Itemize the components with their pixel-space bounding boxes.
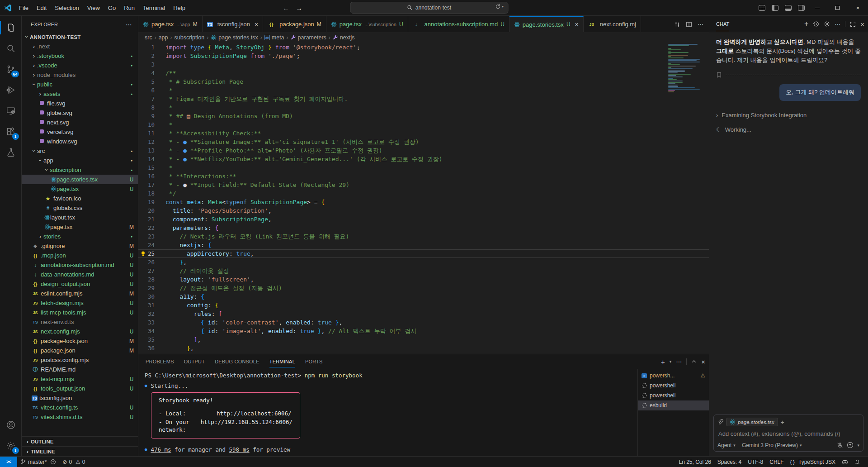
toggle-primary-sidebar-icon[interactable]	[772, 5, 778, 11]
code-line-4[interactable]: 4/**	[138, 69, 709, 77]
explorer-root[interactable]: ›ANNOTATION-TEST	[22, 32, 138, 42]
menu-terminal[interactable]: Terminal	[139, 3, 169, 13]
explorer-item-node_modules[interactable]: ›node_modules	[22, 70, 138, 80]
code-line-9[interactable]: 9 * ## ▤ Design Annotations (from MD)	[138, 112, 709, 120]
agent-mode-dropdown[interactable]: Agent	[717, 442, 731, 448]
sidebar-section-timeline[interactable]: ›TIMELINE	[22, 446, 138, 456]
explorer-item-tsconfig.json[interactable]: TStsconfig.json	[22, 393, 138, 403]
menu-edit[interactable]: Edit	[33, 3, 50, 13]
panel-more-actions-icon[interactable]: ⋯	[676, 358, 682, 365]
terminal-output[interactable]: PS C:\Users\microsoft\Desktop\annotation…	[138, 369, 637, 456]
panel-maximize-icon[interactable]	[691, 359, 697, 364]
editor-more-actions-icon[interactable]: ⋯	[698, 21, 703, 28]
explorer-item-globe.svg[interactable]: globe.svg	[22, 108, 138, 118]
explorer-item-postcss.config.mjs[interactable]: JSpostcss.config.mjs	[22, 355, 138, 365]
editor-tab-page.tsx[interactable]: page.tsx ...\subscription U	[326, 16, 408, 32]
status-language-mode[interactable]: { }TypeScript JSX	[787, 457, 839, 467]
code-line-1[interactable]: 1import type { Meta, StoryObj } from '@s…	[138, 43, 709, 52]
terminal-session-powershell[interactable]: powershell	[638, 381, 709, 391]
breadcrumb-page.stories.tsx[interactable]: page.stories.tsx	[211, 34, 258, 41]
editor-tab-package.json[interactable]: {}package.json M	[263, 16, 326, 32]
activity-explorer-icon[interactable]	[0, 17, 22, 38]
explorer-item-next.config.mjs[interactable]: JSnext.config.mjsU	[22, 327, 138, 336]
add-context-button[interactable]: +	[781, 419, 784, 426]
code-line-27[interactable]: 27 // 레이아웃 설정	[138, 267, 709, 275]
chat-history-icon[interactable]	[813, 21, 819, 27]
activity-run-debug-icon[interactable]	[0, 80, 22, 100]
explorer-item-page.stories.tsx[interactable]: page.stories.tsxU	[22, 175, 138, 184]
chat-settings-gear-icon[interactable]	[824, 21, 830, 27]
explorer-item-next-env.d.ts[interactable]: TSnext-env.d.ts	[22, 317, 138, 327]
explorer-item-.mcp.json[interactable]: {}.mcp.jsonU	[22, 251, 138, 260]
code-line-24[interactable]: 24 nextjs: {	[138, 241, 709, 249]
menu-run[interactable]: Run	[120, 3, 138, 13]
explorer-item-package-lock.json[interactable]: {}package-lock.jsonM	[22, 336, 138, 346]
activity-search-icon[interactable]	[0, 38, 22, 59]
bookmark-icon[interactable]	[716, 72, 722, 78]
explorer-item-eslint.config.mjs[interactable]: JSeslint.config.mjsM	[22, 289, 138, 298]
terminal-session-powershell[interactable]: powershell	[638, 391, 709, 400]
explorer-item-globals.css[interactable]: #globals.css	[22, 203, 138, 213]
menu-file[interactable]: File	[15, 3, 32, 13]
explorer-item-test-mcp.mjs[interactable]: JStest-mcp.mjsU	[22, 374, 138, 384]
window-maximize-button[interactable]	[827, 0, 848, 15]
send-options-caret-icon[interactable]: ▾	[857, 443, 859, 448]
explorer-item-page.tsx[interactable]: page.tsxU	[22, 184, 138, 194]
explorer-item-src[interactable]: ›src●	[22, 146, 138, 156]
code-line-22[interactable]: 22 parameters: {	[138, 224, 709, 232]
code-line-17[interactable]: 17 * - ● **Input Field:** Default State …	[138, 181, 709, 189]
git-branch-item[interactable]: master*	[17, 457, 59, 467]
editor-tab-page.tsx[interactable]: page.tsx ...\app M	[138, 16, 203, 32]
notifications-bell-icon[interactable]	[851, 457, 863, 467]
activity-source-control-icon[interactable]: 64	[0, 59, 22, 80]
explorer-item-vitest.shims.d.ts[interactable]: TSvitest.shims.d.tsU	[22, 412, 138, 422]
explorer-item-vercel.svg[interactable]: vercel.svg	[22, 127, 138, 137]
code-line-15[interactable]: 15 *	[138, 163, 709, 172]
toggle-panel-icon[interactable]	[785, 5, 792, 11]
code-line-6[interactable]: 6 *	[138, 86, 709, 95]
chat-input-box[interactable]: page.stories.tsx + Add context (#), exte…	[713, 415, 863, 452]
code-editor[interactable]: 1import type { Meta, StoryObj } from '@s…	[138, 43, 709, 354]
explorer-item-.gitignore[interactable]: ◆.gitignoreM	[22, 241, 138, 251]
breadcrumb-meta[interactable]: @meta	[264, 34, 284, 41]
terminal-session-esbuild[interactable]: esbuild	[638, 400, 709, 410]
explorer-item-window.svg[interactable]: window.svg	[22, 137, 138, 146]
chat-input-placeholder[interactable]: Add context (#), extensions (@), command…	[718, 430, 859, 437]
window-minimize-button[interactable]	[807, 0, 827, 15]
code-line-30[interactable]: 30 a11y: {	[138, 292, 709, 301]
code-line-20[interactable]: 20 title: 'Pages/Subscription',	[138, 206, 709, 215]
panel-tab-problems[interactable]: PROBLEMS	[146, 356, 174, 367]
chat-open-editor-icon[interactable]	[850, 21, 856, 27]
explorer-item-.vscode[interactable]: ›.vscode●	[22, 61, 138, 70]
code-line-11[interactable]: 11 * **Accessibility Check:**	[138, 129, 709, 138]
chat-tab[interactable]: CHAT	[716, 17, 729, 31]
refresh-layout-icon[interactable]: ▾	[495, 4, 504, 10]
activity-account-icon[interactable]	[0, 415, 22, 435]
panel-tab-output[interactable]: OUTPUT	[184, 356, 205, 367]
explorer-item-.storybook[interactable]: ›.storybook●	[22, 51, 138, 61]
tool-status-row[interactable]: › Examining Storybook Integration	[716, 111, 861, 120]
editor-tab-annotations-subscription.md[interactable]: ↓annotations-subscription.md U	[408, 16, 509, 32]
breadcrumb-src[interactable]: src	[145, 34, 152, 41]
code-line-16[interactable]: 16 * **Interactions:**	[138, 172, 709, 181]
code-line-8[interactable]: 8 *	[138, 103, 709, 112]
explorer-item-next.svg[interactable]: next.svg	[22, 118, 138, 127]
explorer-item-package.json[interactable]: {}package.jsonM	[22, 346, 138, 355]
tab-close-icon[interactable]: ×	[575, 21, 579, 28]
explorer-item-tools_output.json[interactable]: {}tools_output.jsonU	[22, 384, 138, 393]
nav-forward-icon[interactable]: →	[296, 4, 302, 12]
breadcrumb-app[interactable]: app	[159, 34, 168, 41]
code-line-7[interactable]: 7 * Figma 디자인을 기반으로 구현된 구독료 찾기 페이지입니다.	[138, 95, 709, 103]
code-line-25[interactable]: 25 appDirectory: true,	[138, 249, 709, 258]
explorer-item-public[interactable]: ›public●	[22, 80, 138, 89]
code-line-21[interactable]: 21 component: SubscriptionPage,	[138, 215, 709, 224]
context-chip[interactable]: page.stories.tsx	[726, 418, 778, 426]
explorer-item-page.tsx[interactable]: page.tsxM	[22, 222, 138, 232]
explorer-item-subscription[interactable]: ›subscription●	[22, 165, 138, 175]
explorer-item-vitest.config.ts[interactable]: TSvitest.config.tsU	[22, 403, 138, 412]
model-picker-dropdown[interactable]: Gemini 3 Pro (Preview)	[742, 442, 798, 448]
remote-indicator[interactable]: ><	[0, 457, 17, 467]
new-terminal-icon[interactable]: +	[661, 358, 665, 366]
explorer-item-layout.tsx[interactable]: layout.tsx	[22, 213, 138, 222]
explorer-item-stories[interactable]: ›stories●	[22, 232, 138, 241]
